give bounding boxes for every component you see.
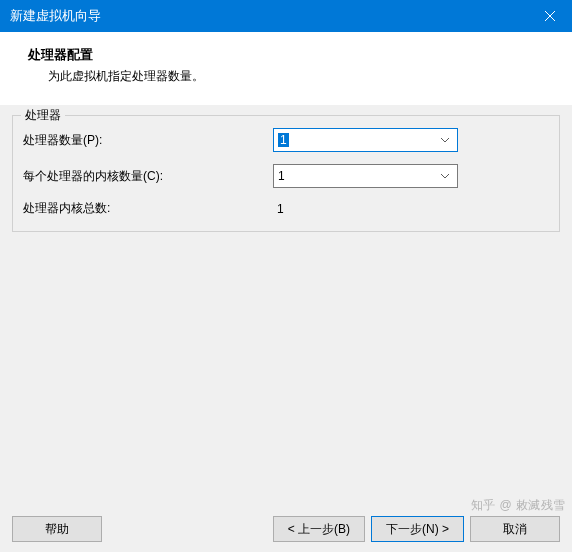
chevron-down-icon: [437, 174, 453, 179]
processors-label: 处理器数量(P):: [23, 132, 273, 149]
window-title: 新建虚拟机向导: [10, 7, 101, 25]
processors-row: 处理器数量(P): 1: [23, 128, 549, 152]
cancel-button[interactable]: 取消: [470, 516, 560, 542]
page-title: 处理器配置: [28, 46, 552, 64]
help-button[interactable]: 帮助: [12, 516, 102, 542]
close-icon: [545, 11, 555, 21]
titlebar: 新建虚拟机向导: [0, 0, 572, 32]
cores-value: 1: [278, 169, 285, 183]
cores-label: 每个处理器的内核数量(C):: [23, 168, 273, 185]
content-area: 处理器 处理器数量(P): 1 每个处理器的内核数量(C): 1 处理器内核总数…: [0, 105, 572, 528]
processor-fieldset: 处理器 处理器数量(P): 1 每个处理器的内核数量(C): 1 处理器内核总数…: [12, 115, 560, 232]
cores-row: 每个处理器的内核数量(C): 1: [23, 164, 549, 188]
processors-value: 1: [278, 133, 289, 147]
fieldset-legend: 处理器: [21, 107, 65, 124]
processors-select[interactable]: 1: [273, 128, 458, 152]
wizard-footer: 帮助 < 上一步(B) 下一步(N) > 取消: [0, 506, 572, 552]
total-row: 处理器内核总数: 1: [23, 200, 549, 217]
wizard-header: 处理器配置 为此虚拟机指定处理器数量。: [0, 32, 572, 105]
page-subtitle: 为此虚拟机指定处理器数量。: [48, 68, 552, 85]
next-button[interactable]: 下一步(N) >: [371, 516, 464, 542]
chevron-down-icon: [437, 138, 453, 143]
total-value: 1: [273, 202, 284, 216]
total-label: 处理器内核总数:: [23, 200, 273, 217]
cores-select[interactable]: 1: [273, 164, 458, 188]
back-button[interactable]: < 上一步(B): [273, 516, 365, 542]
close-button[interactable]: [527, 0, 572, 32]
